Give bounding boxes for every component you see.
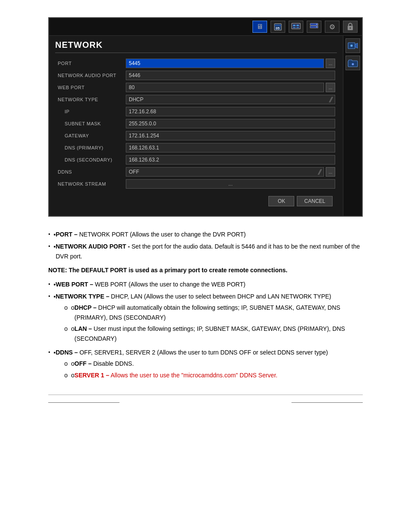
dvr-sidebar <box>343 36 362 216</box>
dns-secondary-value: 168.126.63.2 <box>124 154 337 166</box>
sidebar-folder-button[interactable] <box>346 56 360 70</box>
subnet-mask-input[interactable]: 255.255.0.0 <box>126 119 335 128</box>
web-port-input[interactable]: 80 <box>126 83 324 92</box>
table-row: NETWORK TYPE DHCP ╱ <box>55 93 337 106</box>
table-row: WEB PORT 80 ... <box>55 81 337 93</box>
web-port-field-wrap: 80 ... <box>126 83 335 92</box>
ddns-field-wrap: OFF ╱ ... <box>126 167 335 177</box>
footer-left: ___________________________ <box>48 397 119 404</box>
svg-point-17 <box>351 45 352 47</box>
ip-input[interactable]: 172.16.2.68 <box>126 107 335 116</box>
gateway-value: 172.16.1.254 <box>124 130 337 142</box>
bullet-text: PORT – NETWORK PORT (Allows the user to … <box>56 230 246 239</box>
server1-text: Allows the user to use the "microcamddns… <box>111 372 277 379</box>
server1-bold: SERVER 1 – <box>75 372 109 379</box>
lock-icon[interactable] <box>343 21 358 33</box>
sub-bullet: o <box>71 359 75 368</box>
port-dots-button[interactable]: ... <box>326 59 335 68</box>
network-type-select[interactable]: DHCP ╱ <box>126 95 335 104</box>
ddns-arrow-icon: ╱ <box>318 169 321 175</box>
sub-list: o DHCP – DHCP will automatically obtain … <box>56 303 363 343</box>
sub-list-item: o OFF – Disable DDNS. <box>64 359 328 368</box>
sub-item-text: SERVER 1 – Allows the user to use the "m… <box>75 370 277 380</box>
audio-port-input[interactable]: 5446 <box>126 71 335 80</box>
table-row: SUBNET MASK 255.255.0.0 <box>55 118 337 130</box>
table-row: DNS (PRIMARY) 168.126.63.1 <box>55 142 337 154</box>
svg-rect-21 <box>352 63 353 65</box>
network-type-label: NETWORK TYPE <box>55 93 124 106</box>
list-item: ▪ DDNS – OFF, SERVER1, SERVER 2 (Allows … <box>48 348 363 382</box>
dns-primary-value: 168.126.63.1 <box>124 142 337 154</box>
bullet-list-1: ▪ PORT – NETWORK PORT (Allows the user t… <box>48 230 363 261</box>
sub-bullet: o <box>71 370 75 380</box>
storage-icon[interactable] <box>307 21 321 33</box>
sub-list: o OFF – Disable DDNS. o SERVER 1 – Allow… <box>56 359 328 380</box>
bold-text: NETWORK AUDIO PORT - <box>56 243 130 250</box>
ddns-dots-button[interactable]: ... <box>326 167 335 177</box>
port-label: PORT <box>55 57 124 69</box>
svg-rect-4 <box>293 25 296 26</box>
network-settings-table: PORT 5445 ... NETWORK AUDIO PORT 5446 <box>55 57 337 190</box>
dns-secondary-input[interactable]: 168.126.63.2 <box>126 155 335 165</box>
bold-text: OFF – <box>75 360 92 367</box>
web-port-dots-button[interactable]: ... <box>326 83 335 92</box>
sub-item-text: OFF – Disable DDNS. <box>75 359 134 368</box>
panel-title: NETWORK <box>55 40 337 53</box>
dvr-panel: 🖥 05 ⚙ <box>48 17 363 217</box>
ddns-select[interactable]: OFF ╱ <box>126 167 324 177</box>
dvr-main-area: NETWORK PORT 5445 ... <box>49 36 362 216</box>
svg-point-10 <box>316 24 317 25</box>
dvr-content-area: NETWORK PORT 5445 ... <box>49 36 343 216</box>
network-icon[interactable] <box>289 21 303 33</box>
note-text: NOTE: The DEFAULT PORT is used as a prim… <box>48 265 363 275</box>
svg-point-11 <box>316 26 317 27</box>
network-stream-value: ... <box>124 178 337 190</box>
page-footer: ___________________________ ____________… <box>48 395 363 404</box>
svg-rect-7 <box>296 27 299 28</box>
gear-icon[interactable]: ⚙ <box>325 21 339 33</box>
svg-rect-1 <box>274 25 281 26</box>
sub-list-item: o DHCP – DHCP will automatically obtain … <box>64 303 363 322</box>
network-stream-button[interactable]: ... <box>126 179 335 189</box>
table-row: PORT 5445 ... <box>55 57 337 69</box>
monitor-icon[interactable]: 🖥 <box>252 21 267 33</box>
svg-point-13 <box>350 28 351 29</box>
chevron-icon: ╱ <box>329 97 332 103</box>
bold-text: WEB PORT – <box>56 281 93 288</box>
svg-rect-6 <box>293 27 296 28</box>
sidebar-cam-button[interactable] <box>346 38 360 53</box>
dvr-footer: OK CANCEL <box>55 193 337 210</box>
bullet-list-2: ▪ WEB PORT – WEB PORT (Allows the user t… <box>48 280 363 382</box>
table-row: NETWORK AUDIO PORT 5446 <box>55 69 337 81</box>
bullet-content: WEB PORT – WEB PORT (Allows the user to … <box>56 280 245 289</box>
dns-primary-input[interactable]: 168.126.63.1 <box>126 143 335 152</box>
cancel-button[interactable]: CANCEL <box>297 196 333 206</box>
table-row: IP 172.16.2.68 <box>55 106 337 118</box>
ddns-label: DDNS <box>55 166 124 178</box>
ok-button[interactable]: OK <box>268 196 294 206</box>
port-input[interactable]: 5445 <box>126 59 324 68</box>
sub-list-item: o LAN – User must input the following se… <box>64 324 363 343</box>
port-field-wrap: 5445 ... <box>126 59 335 68</box>
sub-list-item: o SERVER 1 – Allows the user to use the … <box>64 370 328 380</box>
svg-rect-5 <box>296 25 299 26</box>
port-value: 5445 ... <box>124 57 337 69</box>
gateway-input[interactable]: 172.16.1.254 <box>126 131 335 140</box>
bold-text: DDNS – <box>56 349 78 356</box>
network-stream-label: NETWORK STREAM <box>55 178 124 190</box>
gateway-label: GATEWAY <box>55 130 124 142</box>
bullet-text: NETWORK AUDIO PORT - Set the port for th… <box>56 242 363 261</box>
table-row: DDNS OFF ╱ ... <box>55 166 337 178</box>
bullet-content: NETWORK TYPE – DHCP, LAN (Allows the use… <box>56 292 363 345</box>
calendar-icon[interactable]: 05 <box>271 21 285 33</box>
table-row: DNS (SECONDARY) 168.126.63.2 <box>55 154 337 166</box>
ddns-value: OFF ╱ ... <box>124 166 337 178</box>
bold-text: NETWORK TYPE – <box>56 293 109 300</box>
dns-primary-label: DNS (PRIMARY) <box>55 142 124 154</box>
web-port-label: WEB PORT <box>55 81 124 93</box>
list-item: ▪ WEB PORT – WEB PORT (Allows the user t… <box>48 280 363 289</box>
ip-label: IP <box>55 106 124 118</box>
audio-port-value: 5446 <box>124 69 337 81</box>
sub-bullet: o <box>71 303 75 312</box>
subnet-mask-value: 255.255.0.0 <box>124 118 337 130</box>
